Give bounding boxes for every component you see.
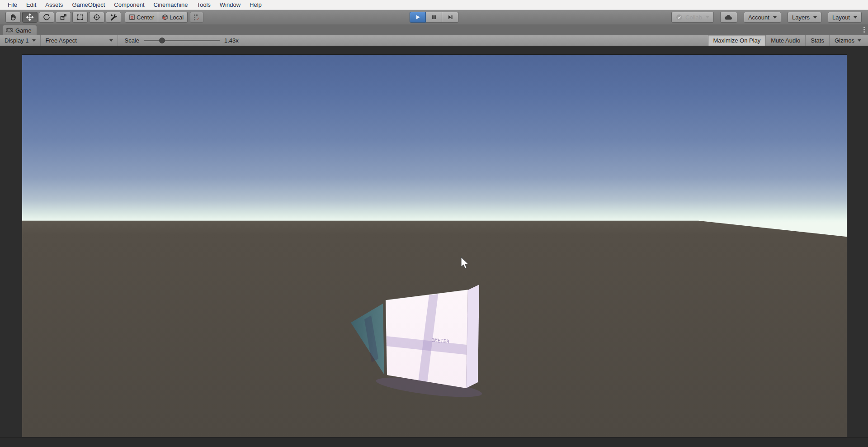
scale-label: Scale	[124, 37, 139, 44]
rotate-tool-button[interactable]	[39, 12, 54, 23]
scene-3d: 1METER [Prototype] 1METER [Prototype] 1M…	[22, 55, 847, 437]
game-view-toolbar: Display 1 Free Aspect Scale 1.43x Maximi…	[0, 35, 868, 46]
rotate-icon	[42, 13, 51, 21]
game-viewport[interactable]: 1METER [Prototype] 1METER [Prototype] 1M…	[22, 55, 847, 437]
game-view-toolbar-right: Maximize On Play Mute Audio Stats Gizmos	[708, 35, 866, 46]
layers-caret-icon	[813, 16, 817, 19]
transform-gizmo-icon	[93, 13, 101, 21]
custom-tool-button[interactable]	[106, 12, 121, 23]
status-bar	[0, 437, 868, 447]
wrench-icon	[109, 13, 118, 21]
mute-audio-label: Mute Audio	[771, 37, 800, 44]
scale-slider[interactable]	[144, 40, 220, 41]
orientation-label: Local	[170, 14, 184, 21]
scale-value: 1.43x	[224, 37, 239, 44]
panel-menu-icon[interactable]	[863, 27, 865, 33]
menu-assets[interactable]: Assets	[41, 0, 67, 10]
gamepad-icon	[6, 27, 13, 34]
tab-game[interactable]: Game	[3, 25, 37, 35]
main-toolbar: Center Local	[0, 10, 868, 25]
display-label: Display 1	[5, 37, 28, 44]
account-label: Account	[748, 14, 769, 21]
pivot-controls: Center Local	[125, 12, 188, 23]
menu-bar: File Edit Assets GameObject Component Ci…	[0, 0, 868, 10]
maximize-on-play-label: Maximize On Play	[713, 37, 761, 44]
gizmos-label: Gizmos	[835, 37, 854, 44]
play-button[interactable]	[410, 12, 426, 23]
gizmos-dropdown[interactable]: Gizmos	[829, 35, 866, 46]
collab-check-icon	[676, 14, 683, 21]
aspect-dropdown[interactable]: Free Aspect	[41, 35, 118, 46]
play-mode-controls	[410, 12, 458, 23]
layout-label: Layout	[832, 14, 850, 21]
menu-cinemachine[interactable]: Cinemachine	[150, 0, 192, 10]
tab-bar: Game	[0, 24, 868, 35]
play-icon	[415, 14, 421, 20]
step-icon	[447, 14, 453, 20]
local-cube-icon	[162, 14, 168, 20]
center-pivot-icon	[129, 14, 135, 20]
game-view-background: 1METER [Prototype] 1METER [Prototype] 1M…	[0, 46, 868, 437]
menu-window[interactable]: Window	[216, 0, 245, 10]
unity-editor-window: File Edit Assets GameObject Component Ci…	[0, 0, 868, 447]
cloud-button[interactable]	[720, 12, 737, 23]
account-dropdown[interactable]: Account	[744, 12, 781, 23]
stats-label: Stats	[811, 37, 824, 44]
step-button[interactable]	[442, 12, 458, 23]
collab-label: Collab	[685, 14, 702, 21]
display-caret-icon	[32, 39, 36, 42]
layout-dropdown[interactable]: Layout	[828, 12, 862, 23]
layers-dropdown[interactable]: Layers	[788, 12, 821, 23]
maximize-on-play-toggle[interactable]: Maximize On Play	[708, 35, 766, 46]
menu-file[interactable]: File	[4, 0, 21, 10]
pause-button[interactable]	[426, 12, 442, 23]
toolbar-right: Collab Account Layers Layout	[671, 12, 862, 23]
hand-tool-button[interactable]	[5, 12, 21, 23]
scale-tool-button[interactable]	[56, 12, 71, 23]
scale-slider-knob[interactable]	[159, 38, 165, 43]
grid-snap-icon	[193, 14, 200, 21]
game-view-toolbar-left: Display 1 Free Aspect Scale 1.43x	[0, 35, 245, 46]
transform-tools	[5, 12, 121, 23]
layers-label: Layers	[792, 14, 810, 21]
transform-tool-button[interactable]	[89, 12, 104, 23]
tab-game-label: Game	[15, 27, 31, 34]
aspect-label: Free Aspect	[45, 37, 76, 44]
gizmos-caret-icon	[858, 39, 861, 42]
stats-toggle[interactable]: Stats	[805, 35, 829, 46]
grid-snap-button[interactable]	[190, 12, 203, 23]
move-icon	[26, 13, 34, 21]
mute-audio-toggle[interactable]: Mute Audio	[765, 35, 805, 46]
pivot-label: Center	[137, 14, 154, 21]
menu-tools[interactable]: Tools	[193, 0, 214, 10]
move-tool-button[interactable]	[22, 12, 38, 23]
collab-caret-icon	[706, 16, 709, 19]
rect-icon	[76, 13, 84, 21]
collab-button[interactable]: Collab	[671, 12, 714, 23]
cloud-icon	[724, 14, 733, 20]
display-dropdown[interactable]: Display 1	[0, 35, 41, 46]
menu-gameobject[interactable]: GameObject	[68, 0, 109, 10]
menu-help[interactable]: Help	[245, 0, 266, 10]
pause-icon	[431, 14, 437, 20]
prototype-ground-plane: 1METER [Prototype] 1METER [Prototype] 1M…	[22, 139, 847, 437]
pivot-toggle-button[interactable]: Center	[125, 12, 158, 23]
aspect-caret-icon	[109, 39, 113, 42]
menu-component[interactable]: Component	[110, 0, 148, 10]
rect-tool-button[interactable]	[72, 12, 88, 23]
hand-icon	[9, 13, 17, 21]
scale-control: Scale 1.43x	[118, 37, 245, 44]
account-caret-icon	[773, 16, 777, 19]
scale-icon	[59, 13, 67, 21]
layout-caret-icon	[854, 16, 857, 19]
orientation-toggle-button[interactable]: Local	[158, 12, 188, 23]
menu-edit[interactable]: Edit	[22, 0, 40, 10]
